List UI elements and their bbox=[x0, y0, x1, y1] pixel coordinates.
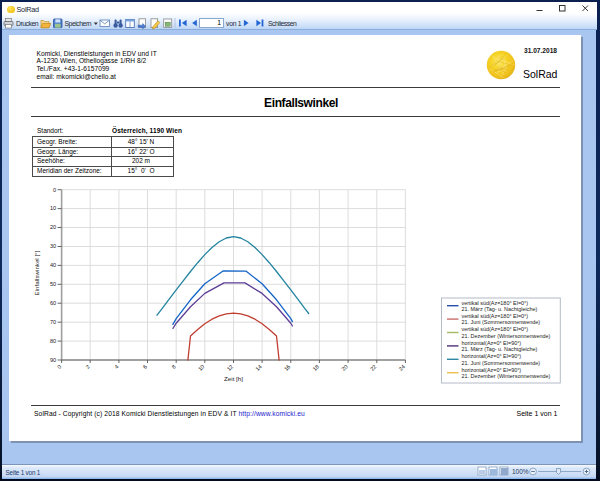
svg-text:40: 40 bbox=[50, 262, 56, 268]
svg-text:6: 6 bbox=[142, 363, 148, 369]
svg-text:21. Juni (Sommersonnenwende): 21. Juni (Sommersonnenwende) bbox=[462, 360, 541, 366]
svg-text:80: 80 bbox=[50, 338, 56, 344]
svg-text:Einfallswinkel [°]: Einfallswinkel [°] bbox=[33, 250, 40, 295]
svg-text:8: 8 bbox=[170, 363, 176, 369]
svg-text:50: 50 bbox=[50, 281, 56, 287]
svg-text:21. Juni (Sommersonnenwende): 21. Juni (Sommersonnenwende) bbox=[462, 319, 541, 325]
svg-text:10: 10 bbox=[197, 363, 206, 372]
svg-text:21. März (Tag- u. Nachtgleiche: 21. März (Tag- u. Nachtgleiche) bbox=[462, 306, 538, 312]
svg-text:vertikal süd(Az=180° El=0°): vertikal süd(Az=180° El=0°) bbox=[462, 300, 529, 306]
svg-text:Zeit [h]: Zeit [h] bbox=[224, 375, 243, 382]
svg-text:horizontal(Az=0° El=90°): horizontal(Az=0° El=90°) bbox=[462, 367, 522, 373]
svg-text:70: 70 bbox=[50, 319, 56, 325]
svg-text:21. Dezember (Wintersonnenwend: 21. Dezember (Wintersonnenwende) bbox=[462, 333, 551, 339]
svg-text:horizontal(Az=0° El=90°): horizontal(Az=0° El=90°) bbox=[462, 353, 522, 359]
svg-text:0: 0 bbox=[53, 187, 56, 193]
svg-text:100%: 100% bbox=[512, 468, 529, 475]
svg-text:2: 2 bbox=[84, 363, 90, 369]
svg-text:20: 20 bbox=[340, 363, 349, 372]
svg-text:16: 16 bbox=[283, 363, 292, 372]
svg-text:90: 90 bbox=[50, 357, 56, 363]
svg-text:18: 18 bbox=[312, 363, 321, 372]
svg-text:vertikal süd(Az=180° El=0°): vertikal süd(Az=180° El=0°) bbox=[462, 326, 529, 332]
svg-text:4: 4 bbox=[113, 363, 119, 369]
svg-text:21. Dezember (Wintersonnenwend: 21. Dezember (Wintersonnenwende) bbox=[462, 373, 551, 379]
svg-text:60: 60 bbox=[50, 300, 56, 306]
svg-text:21. März (Tag- u. Nachtgleiche: 21. März (Tag- u. Nachtgleiche) bbox=[462, 346, 538, 352]
svg-text:14: 14 bbox=[254, 363, 263, 372]
svg-text:vertikal süd(Az=180° El=0°): vertikal süd(Az=180° El=0°) bbox=[462, 313, 529, 319]
svg-text:22: 22 bbox=[369, 363, 378, 372]
svg-text:horizontal(Az=0° El=90°): horizontal(Az=0° El=90°) bbox=[462, 340, 522, 346]
svg-text:20: 20 bbox=[50, 224, 56, 230]
svg-text:24: 24 bbox=[398, 363, 407, 372]
svg-text:0: 0 bbox=[56, 363, 62, 369]
svg-text:12: 12 bbox=[226, 363, 235, 372]
svg-text:30: 30 bbox=[50, 243, 56, 249]
svg-text:10: 10 bbox=[50, 205, 56, 211]
